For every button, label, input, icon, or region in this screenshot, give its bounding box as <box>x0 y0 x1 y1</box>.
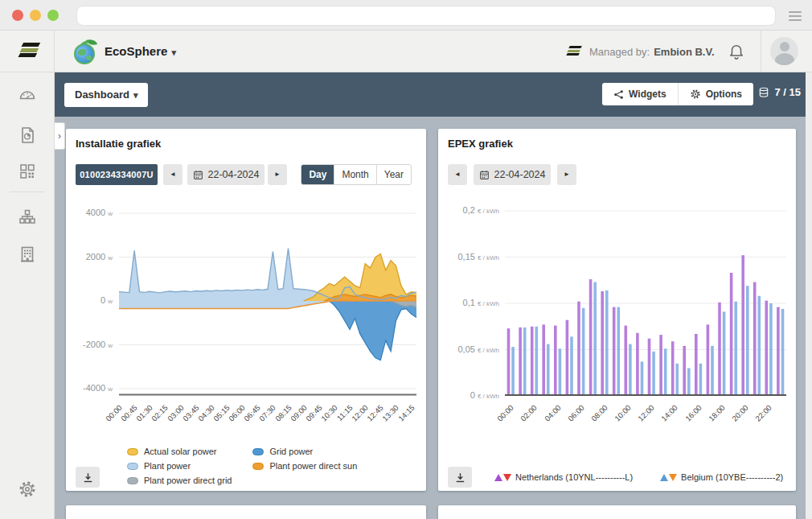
prev-date-button[interactable]: ◄ <box>163 164 182 185</box>
widget-title: EPEX grafiek <box>448 138 513 150</box>
embion-logo-cell[interactable] <box>0 31 55 72</box>
epex-grafiek-widget: EPEX grafiek ◄ 22-04-2024 ► 0,2€ / kWh0,… <box>438 129 796 491</box>
app-name[interactable]: EcoSphere▾ <box>105 44 176 58</box>
chart-legend: Actual solar power Plant power Plant pow… <box>127 444 357 488</box>
app-header: EcoSphere▾ Managed by: Embion B.V. <box>0 31 812 72</box>
legend-item[interactable]: Plant power <box>127 459 232 473</box>
dashboard-selector-button[interactable]: Dashboard▾ <box>64 83 148 107</box>
date-picker-button[interactable]: 22-04-2024 <box>187 164 265 185</box>
user-avatar[interactable] <box>770 37 798 65</box>
x-axis-labels: 00:0000:4501:3002:1503:0003:4504:3005:15… <box>119 397 416 435</box>
legend-swatch-icon <box>252 463 264 470</box>
buildings-icon[interactable] <box>18 245 37 264</box>
scrollbar-track[interactable] <box>806 72 812 519</box>
triangle-up-icon <box>494 474 502 481</box>
widget-counter: 7 / 15 <box>758 86 801 98</box>
next-date-button[interactable]: ► <box>268 164 287 185</box>
chevron-down-icon: ▾ <box>133 90 138 100</box>
widgets-grid-icon[interactable] <box>18 162 37 181</box>
options-button[interactable]: Options <box>678 83 753 105</box>
browser-chrome <box>0 0 812 31</box>
legend-swatch-icon <box>127 477 138 484</box>
triangle-down-icon <box>669 474 677 481</box>
notifications-bell-icon[interactable] <box>728 43 745 60</box>
calendar-icon <box>193 170 203 180</box>
settings-gear-icon[interactable] <box>18 480 37 499</box>
triangle-down-icon <box>503 474 511 481</box>
dashboard-navbar: Dashboard▾ Widgets Options 7 / 15 <box>55 72 806 117</box>
layers-database-icon <box>758 87 769 98</box>
address-bar[interactable] <box>76 6 776 26</box>
legend-item[interactable]: Grid power <box>252 444 357 459</box>
y-axis-labels: 4000w2000w0w-2000w-4000w <box>69 208 113 396</box>
date-picker-button[interactable]: 22-04-2024 <box>474 164 551 185</box>
installatie-grafiek-widget: Installatie grafiek 0100234334007U ◄ 22-… <box>66 129 426 491</box>
embion-logo-icon <box>19 43 39 59</box>
y-axis-labels: 0,2€ / kWh0,15€ / kWh0,1€ / kWh0,05€ / k… <box>440 208 499 396</box>
tab-month[interactable]: Month <box>334 165 375 184</box>
dashboard-content: Installatie grafiek 0100234334007U ◄ 22-… <box>55 117 806 519</box>
legend-item[interactable]: Plant power direct grid <box>127 473 232 488</box>
download-button[interactable] <box>76 467 100 488</box>
managed-by: Managed by: Embion B.V. <box>567 31 715 72</box>
x-axis-labels: 00:0002:0004:0006:0008:0010:0012:0014:00… <box>505 397 786 435</box>
prev-date-button[interactable]: ◄ <box>448 164 467 185</box>
legend-item[interactable]: Plant power direct sun <box>252 459 357 473</box>
widget-title: Installatie grafiek <box>76 138 161 150</box>
header-divider <box>761 31 761 72</box>
sidebar-expand-tab[interactable]: › <box>55 122 65 150</box>
download-icon <box>454 472 466 484</box>
range-tabs: Day Month Year <box>301 164 412 185</box>
browser-window: EcoSphere▾ Managed by: Embion B.V. <box>0 0 812 519</box>
legend-swatch-icon <box>252 448 264 455</box>
chevron-down-icon: ▾ <box>171 47 176 57</box>
widgets-button[interactable]: Widgets <box>602 83 678 105</box>
dashboard-icon[interactable] <box>18 85 37 105</box>
legend-item[interactable]: Actual solar power <box>127 444 232 459</box>
tab-year[interactable]: Year <box>376 165 411 184</box>
network-icon[interactable] <box>18 208 37 227</box>
sidebar <box>0 72 55 519</box>
managed-by-company: Embion B.V. <box>654 46 714 58</box>
next-widget-partial <box>66 505 426 519</box>
report-icon[interactable] <box>18 126 37 145</box>
legend-swatch-icon <box>127 448 138 455</box>
managed-by-label: Managed by: <box>589 46 650 58</box>
embion-mini-logo-icon <box>567 46 581 58</box>
device-serial-badge[interactable]: 0100234334007U <box>76 164 158 185</box>
chart-legend: Netherlands (10YNL----------L) Belgium (… <box>494 472 783 482</box>
legend-item[interactable]: Netherlands (10YNL----------L) <box>494 472 633 482</box>
legend-swatch-icon <box>127 463 138 470</box>
gear-icon <box>690 89 701 100</box>
share-nodes-icon <box>613 89 624 100</box>
next-date-button[interactable]: ► <box>557 164 576 185</box>
installatie-chart[interactable] <box>119 208 416 396</box>
close-window-button[interactable] <box>12 10 23 21</box>
calendar-icon <box>479 170 490 180</box>
sidebar-divider <box>10 192 45 192</box>
maximize-window-button[interactable] <box>47 10 59 21</box>
triangle-up-icon <box>660 474 668 481</box>
next-widget-partial <box>438 505 796 519</box>
download-button[interactable] <box>448 467 472 488</box>
minimize-window-button[interactable] <box>30 10 41 21</box>
tab-day[interactable]: Day <box>301 165 334 184</box>
epex-chart[interactable] <box>505 208 786 396</box>
download-icon <box>82 472 94 484</box>
ecosphere-logo-icon <box>74 40 98 64</box>
browser-menu-icon[interactable] <box>789 11 802 23</box>
legend-item[interactable]: Belgium (10YBE----------2) <box>660 472 783 482</box>
